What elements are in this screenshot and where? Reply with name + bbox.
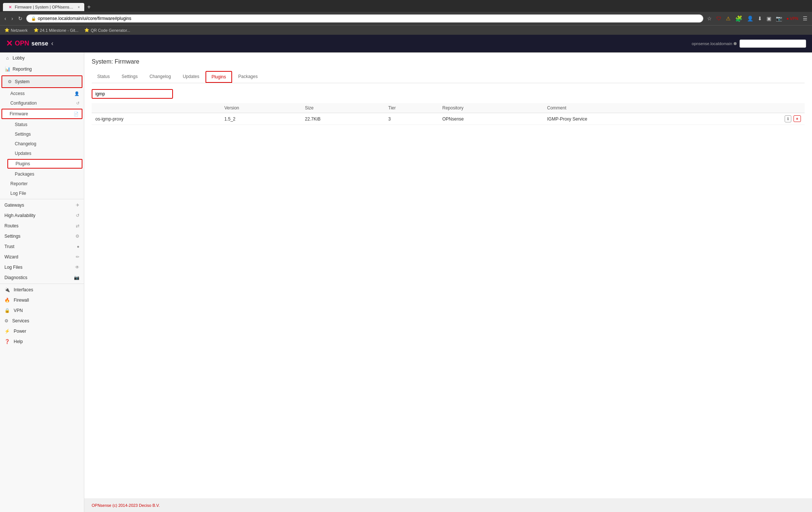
col-size: Size [301, 103, 384, 113]
plugins-label: Plugins [16, 161, 30, 166]
sidebar-item-reporting[interactable]: 📊 Reporting [0, 64, 84, 75]
diagnostics-icon: 📷 [74, 275, 79, 280]
settings-label: Settings [4, 234, 20, 239]
sidebar: ⌂ Lobby 📊 Reporting ⚙ System Access 👤 [0, 52, 84, 512]
interfaces-icon: 🔌 [4, 287, 10, 292]
screenshot-icon[interactable]: 📷 [774, 15, 784, 22]
sidebar-toggle-button[interactable]: ‹ [51, 40, 53, 47]
forward-button[interactable]: › [10, 15, 15, 22]
lock-icon: 🔒 [31, 16, 36, 21]
sidebar-sub-firmware[interactable]: Firmware 📄 [2, 109, 82, 118]
sidebar-item-vpn[interactable]: 🔒 VPN [0, 305, 84, 316]
download-icon[interactable]: ⬇ [756, 15, 764, 22]
active-tab[interactable]: ✕ Firmware | System | OPNsense.h... × [3, 3, 84, 11]
menu-icon[interactable]: ☰ [801, 15, 809, 22]
plugin-search-input[interactable] [92, 89, 173, 99]
col-version: Version [221, 103, 301, 113]
sidebar-sub-updates[interactable]: Updates [0, 149, 84, 158]
back-button[interactable]: ‹ [3, 15, 8, 22]
logfiles-label: Log Files [4, 265, 23, 270]
logo-text: OPN [15, 40, 29, 47]
firmware-icon: 📄 [74, 112, 79, 116]
bookmark-icon[interactable]: ☆ [706, 15, 713, 22]
sidebar-item-diagnostics[interactable]: Diagnostics 📷 [0, 272, 84, 283]
routes-label: Routes [4, 223, 18, 228]
sidebar-item-settings[interactable]: Settings ⚙ [0, 231, 84, 241]
reload-button[interactable]: ↻ [17, 15, 24, 22]
services-label: Services [12, 318, 29, 323]
bookmark-netzwerk[interactable]: ⭐ Netzwerk [3, 27, 29, 33]
sidebar-sub-packages[interactable]: Packages [0, 169, 84, 179]
plugins-table: Version Size Tier Repository Comment os-… [92, 103, 805, 125]
profile-icon[interactable]: 👤 [745, 15, 755, 22]
bookmarks-bar: ⭐ Netzwerk ⭐ 24.1 Milestone - Git... ⭐ Q… [0, 25, 812, 35]
sidebar-item-help[interactable]: ❓ Help [0, 336, 84, 347]
sidebar-item-services[interactable]: ⚙ Services [0, 316, 84, 326]
power-label: Power [14, 329, 26, 334]
tab-plugins[interactable]: Plugins [205, 71, 232, 83]
tab-status[interactable]: Status [92, 71, 115, 83]
col-actions [716, 103, 805, 113]
status-text: opnsense.localdomain [692, 41, 732, 46]
gateways-label: Gateways [4, 203, 24, 208]
changelog-label: Changelog [15, 141, 36, 146]
info-button[interactable]: ℹ [785, 115, 791, 122]
bookmark-milestone[interactable]: ⭐ 24.1 Milestone - Git... [32, 27, 80, 33]
vpn-icon: 🔒 [4, 308, 10, 313]
header-status: opnsense.localdomain [692, 41, 737, 46]
row-size: 22.7KiB [301, 113, 384, 125]
toolbar-actions: ☆ 🛡 ⚠ 🧩 👤 ⬇ ▣ 📷 ● VPN ☰ [706, 14, 809, 23]
sidebar-item-trust[interactable]: Trust ● [0, 241, 84, 252]
shield-icon: 🛡 [715, 15, 723, 22]
address-bar[interactable]: 🔒 [26, 14, 703, 23]
tab-changelog[interactable]: Changelog [144, 71, 176, 83]
new-tab-button[interactable]: + [84, 3, 94, 11]
sidebar-item-gateways[interactable]: Gateways ✈ [0, 200, 84, 210]
page-title: System: Firmware [92, 58, 805, 65]
firewall-label: Firewall [14, 298, 29, 303]
sidebar-sub-changelog[interactable]: Changelog [0, 139, 84, 149]
sidebar-item-routes[interactable]: Routes ⇄ [0, 221, 84, 231]
sidebar-sub-settings[interactable]: Settings [0, 129, 84, 139]
vpn-button[interactable]: ● VPN [785, 16, 800, 21]
tab-settings[interactable]: Settings [116, 71, 143, 83]
logo-sense: sense [31, 40, 48, 47]
install-button[interactable]: + [794, 115, 801, 122]
tab-updates[interactable]: Updates [177, 71, 205, 83]
sidebar-item-firewall[interactable]: 🔥 Firewall [0, 295, 84, 305]
app-header: ✕ OPNsense ‹ opnsense.localdomain [0, 35, 812, 52]
divider-1 [0, 199, 84, 199]
content-footer: OPNsense (c) 2014-2023 Deciso B.V. [84, 498, 812, 512]
tab-close-btn[interactable]: × [78, 5, 80, 9]
sidebar-item-power[interactable]: ⚡ Power [0, 326, 84, 336]
routes-icon: ⇄ [76, 223, 79, 228]
sidebar-toggle-icon[interactable]: ▣ [765, 15, 773, 22]
sidebar-item-wizard[interactable]: Wizard ✏ [0, 252, 84, 262]
settings-icon: ⚙ [75, 234, 79, 239]
content-wrapper: System: Firmware Status Settings Changel… [84, 52, 812, 512]
row-repository: OPNsense [439, 113, 544, 125]
sidebar-sub-logfile[interactable]: Log File [0, 189, 84, 198]
system-icon: ⚙ [7, 79, 13, 84]
sidebar-sub-access[interactable]: Access 👤 [0, 89, 84, 98]
sidebar-item-high-availability[interactable]: High Availability ↺ [0, 210, 84, 221]
address-input[interactable] [38, 16, 698, 21]
extensions-icon[interactable]: 🧩 [734, 14, 744, 23]
tab-packages[interactable]: Packages [233, 71, 264, 83]
sidebar-sub-plugins[interactable]: Plugins [8, 160, 82, 168]
divider-2 [0, 284, 84, 284]
row-tier: 3 [385, 113, 439, 125]
sidebar-item-interfaces[interactable]: 🔌 Interfaces [0, 285, 84, 295]
updates-label: Updates [15, 151, 31, 156]
logo-x: ✕ [6, 39, 13, 48]
header-search-input[interactable] [740, 40, 806, 48]
sidebar-item-lobby[interactable]: ⌂ Lobby [0, 52, 84, 64]
sidebar-sub-status[interactable]: Status [0, 120, 84, 129]
sidebar-sub-reporter[interactable]: Reporter [0, 179, 84, 189]
tab-favicon: ✕ [7, 4, 13, 10]
sidebar-item-log-files[interactable]: Log Files 👁 [0, 262, 84, 272]
bookmark-qr[interactable]: ⭐ QR Code Generator... [83, 27, 132, 33]
firmware-label: Firmware [10, 111, 28, 116]
sidebar-item-system[interactable]: ⚙ System [2, 76, 82, 87]
sidebar-sub-configuration[interactable]: Configuration ↺ [0, 98, 84, 108]
